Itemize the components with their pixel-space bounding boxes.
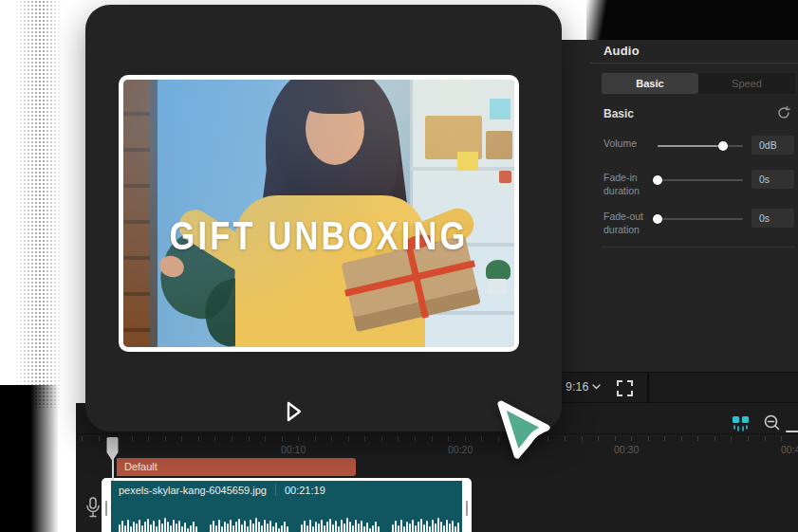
play-button[interactable] bbox=[285, 400, 304, 423]
waveform-bar bbox=[144, 522, 146, 532]
waveform-bar bbox=[215, 525, 217, 532]
waveform-bar bbox=[406, 522, 408, 532]
audio-clip[interactable]: pexels-skylar-kang-6045659.jpg 00:21:19 bbox=[102, 478, 472, 532]
waveform-bar bbox=[443, 525, 445, 532]
ruler-tick bbox=[381, 436, 382, 441]
waveform-bar bbox=[324, 525, 325, 532]
ruler-tick bbox=[731, 436, 732, 441]
video-preview[interactable]: GIFT UNBOXING bbox=[119, 75, 519, 352]
waveform-bar bbox=[395, 521, 397, 532]
ruler-tick bbox=[748, 436, 749, 441]
waveform-bar bbox=[167, 522, 169, 532]
tab-basic[interactable]: Basic bbox=[602, 73, 698, 94]
waveform-bar bbox=[184, 523, 186, 532]
volume-value-field[interactable]: 0dB bbox=[752, 136, 794, 155]
edge-noise bbox=[15, 0, 70, 408]
waveform-bar bbox=[130, 526, 132, 532]
waveform-bar bbox=[261, 525, 263, 532]
fade-in-value-field[interactable]: 0s bbox=[752, 170, 794, 189]
clip-meta: pexels-skylar-kang-6045659.jpg 00:21:19 bbox=[119, 485, 325, 496]
ruler-time-label: 00:10 bbox=[281, 444, 306, 455]
ruler-tick bbox=[448, 436, 449, 441]
video-title-overlay: GIFT UNBOXING bbox=[162, 212, 475, 259]
fade-out-value-field[interactable]: 0s bbox=[752, 209, 794, 228]
waveform-bar bbox=[435, 523, 436, 532]
aspect-ratio-dropdown[interactable]: 9:16 bbox=[566, 380, 601, 394]
divider bbox=[590, 63, 798, 64]
reset-icon[interactable] bbox=[776, 105, 791, 120]
waveform-bar bbox=[255, 518, 257, 532]
slider-handle[interactable] bbox=[718, 141, 728, 151]
ruler-tick bbox=[664, 436, 665, 441]
waveform-bar bbox=[426, 521, 428, 532]
chevron-down-icon bbox=[592, 384, 601, 390]
audio-clip-body: pexels-skylar-kang-6045659.jpg 00:21:19 bbox=[111, 481, 462, 532]
waveform-bar bbox=[218, 520, 220, 532]
waveform-bar bbox=[193, 522, 195, 532]
ruler-tick bbox=[582, 436, 583, 441]
fullscreen-icon[interactable] bbox=[616, 379, 634, 397]
waveform-bar bbox=[326, 522, 328, 532]
tab-speed[interactable]: Speed bbox=[698, 73, 795, 94]
waveform-bar bbox=[392, 524, 394, 532]
section-title-basic: Basic bbox=[603, 107, 634, 120]
ruler-tick bbox=[648, 436, 649, 441]
waveform-bar bbox=[232, 525, 234, 532]
waveform-bar bbox=[420, 519, 422, 532]
ruler-tick bbox=[364, 436, 365, 441]
slider-handle[interactable] bbox=[653, 175, 662, 185]
zoom-out-icon[interactable] bbox=[763, 413, 781, 435]
trim-handle-left[interactable] bbox=[105, 501, 107, 516]
cursor-arrow-graphic bbox=[486, 396, 552, 465]
waveform-bar bbox=[457, 523, 459, 532]
fade-in-slider[interactable] bbox=[658, 169, 743, 192]
preview-panel: GIFT UNBOXING bbox=[85, 5, 562, 431]
waveform-bar bbox=[153, 521, 155, 532]
waveform-bar bbox=[440, 522, 442, 532]
waveform-bar bbox=[224, 522, 226, 532]
waveform-bar bbox=[306, 525, 308, 532]
panel-title: Audio bbox=[603, 44, 640, 58]
video-editor-app: Audio Basic Speed Basic Volume 0dB Fade-… bbox=[0, 0, 798, 532]
waveform-bar bbox=[275, 523, 277, 532]
text-track-clip[interactable]: Default bbox=[117, 458, 356, 476]
waveform-bar bbox=[176, 523, 177, 532]
trim-handle-right[interactable] bbox=[466, 501, 468, 516]
ruler-tick bbox=[465, 436, 466, 441]
waveform-bar bbox=[190, 525, 192, 532]
waveform-bar bbox=[363, 526, 365, 532]
clip-filename: pexels-skylar-kang-6045659.jpg bbox=[119, 485, 267, 496]
waveform-bar bbox=[415, 525, 417, 532]
waveform-bar bbox=[213, 521, 214, 532]
ruler-tick bbox=[165, 436, 166, 441]
waveform-bar bbox=[372, 525, 374, 532]
timeline-ruler[interactable]: 00:1000:2000:3000:4 bbox=[76, 433, 798, 458]
waveform-bar bbox=[429, 526, 431, 532]
waveform-bar bbox=[281, 525, 283, 532]
waveform-bar bbox=[136, 523, 138, 532]
playhead[interactable] bbox=[106, 436, 119, 462]
waveform-bar bbox=[127, 520, 129, 532]
waveform-bar bbox=[133, 522, 135, 532]
waveform-bar bbox=[355, 520, 357, 532]
waveform-bar bbox=[258, 522, 260, 532]
waveform-bar bbox=[178, 521, 180, 532]
fade-in-row: Fade-in duration 0s bbox=[562, 169, 798, 203]
waveform-bar bbox=[358, 523, 360, 532]
ruler-tick bbox=[265, 436, 266, 441]
fade-out-slider[interactable] bbox=[658, 208, 743, 230]
waveform-bar bbox=[272, 526, 274, 532]
waveform-bar bbox=[269, 521, 271, 532]
waveform-bar bbox=[312, 526, 314, 532]
waveform-bar bbox=[147, 519, 149, 532]
ruler-tick bbox=[615, 436, 616, 441]
slider-handle[interactable] bbox=[653, 214, 662, 224]
volume-slider[interactable] bbox=[658, 135, 743, 157]
waveform-bar bbox=[437, 518, 439, 532]
ruler-tick bbox=[82, 436, 83, 441]
waveform-bar bbox=[156, 526, 158, 532]
waveform-bar bbox=[418, 522, 419, 532]
ruler-tick bbox=[415, 436, 416, 441]
microphone-icon[interactable] bbox=[85, 497, 101, 518]
fade-out-row: Fade-out duration 0s bbox=[562, 208, 798, 242]
